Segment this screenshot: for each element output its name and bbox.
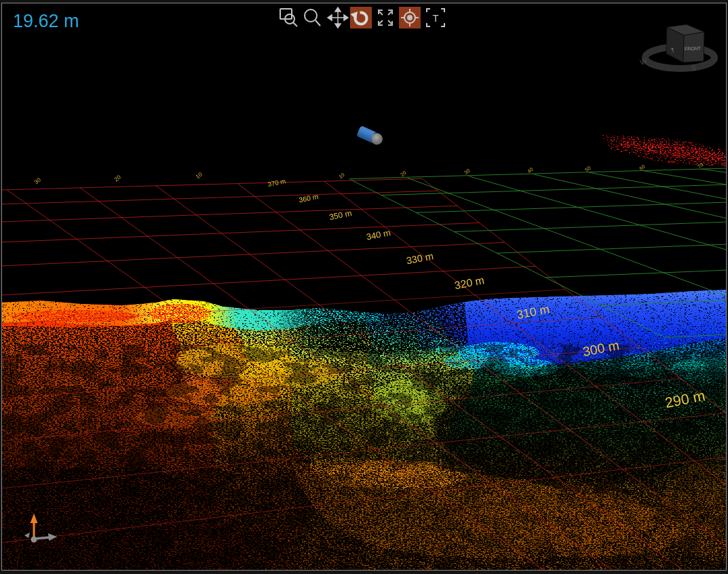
- svg-text:FRONT: FRONT: [685, 46, 702, 52]
- svg-text:S: S: [691, 64, 696, 72]
- svg-text:19.62 m: 19.62 m: [13, 11, 79, 31]
- svg-text:T: T: [432, 12, 438, 24]
